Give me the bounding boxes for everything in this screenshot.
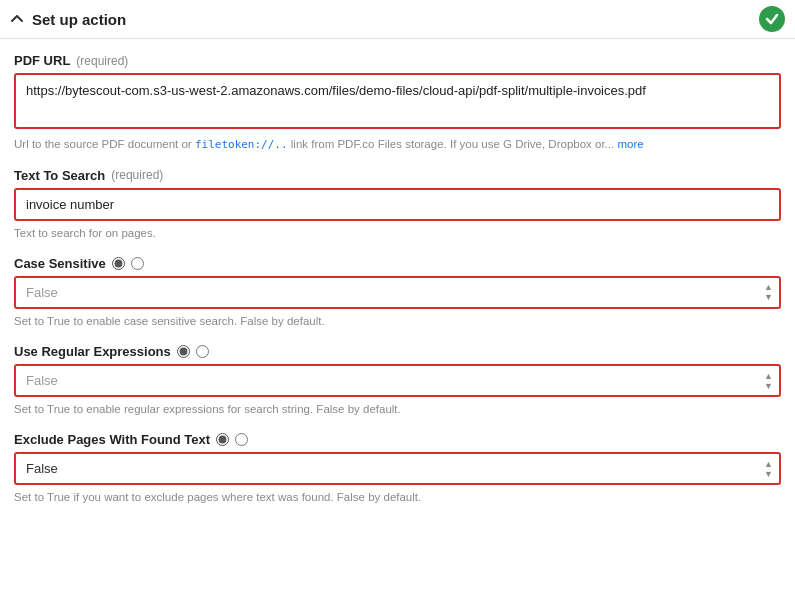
case-sensitive-radio-1[interactable]: [112, 257, 125, 270]
pdf-url-hint: Url to the source PDF document or fileto…: [14, 136, 781, 154]
case-sensitive-radios: [112, 257, 144, 270]
pdf-url-group: PDF URL (required) Url to the source PDF…: [14, 53, 781, 154]
text-to-search-group: Text To Search (required) Text to search…: [14, 168, 781, 242]
exclude-pages-radio-1[interactable]: [216, 433, 229, 446]
text-to-search-hint: Text to search for on pages.: [14, 225, 781, 242]
content-area: PDF URL (required) Url to the source PDF…: [0, 39, 795, 535]
pdf-url-input[interactable]: [14, 73, 781, 129]
use-regex-label-row: Use Regular Expressions: [14, 344, 781, 359]
exclude-pages-select[interactable]: False True: [14, 452, 781, 485]
use-regex-radio-2[interactable]: [196, 345, 209, 358]
use-regex-select-wrapper: False True ▲ ▼: [14, 364, 781, 397]
exclude-pages-radio-2[interactable]: [235, 433, 248, 446]
case-sensitive-select-wrapper: False True ▲ ▼: [14, 276, 781, 309]
use-regex-radio-1[interactable]: [177, 345, 190, 358]
pdf-url-label: PDF URL (required): [14, 53, 781, 68]
case-sensitive-radio-2[interactable]: [131, 257, 144, 270]
text-to-search-input[interactable]: [14, 188, 781, 221]
case-sensitive-group: Case Sensitive False True ▲ ▼ Set to Tru…: [14, 256, 781, 330]
use-regex-radios: [177, 345, 209, 358]
exclude-pages-group: Exclude Pages With Found Text False True…: [14, 432, 781, 506]
exclude-pages-select-wrapper: False True ▲ ▼: [14, 452, 781, 485]
header-title-group: Set up action: [10, 11, 126, 28]
use-regex-group: Use Regular Expressions False True ▲ ▼ S…: [14, 344, 781, 418]
pdf-url-more-link[interactable]: more: [617, 138, 643, 150]
exclude-pages-radios: [216, 433, 248, 446]
page-title: Set up action: [32, 11, 126, 28]
chevron-up-icon[interactable]: [10, 12, 24, 26]
use-regex-hint: Set to True to enable regular expression…: [14, 401, 781, 418]
case-sensitive-select[interactable]: False True: [14, 276, 781, 309]
check-complete-icon: [759, 6, 785, 32]
exclude-pages-hint: Set to True if you want to exclude pages…: [14, 489, 781, 506]
use-regex-select[interactable]: False True: [14, 364, 781, 397]
text-to-search-label: Text To Search (required): [14, 168, 781, 183]
case-sensitive-label-row: Case Sensitive: [14, 256, 781, 271]
setup-action-header: Set up action: [0, 0, 795, 39]
case-sensitive-hint: Set to True to enable case sensitive sea…: [14, 313, 781, 330]
exclude-pages-label-row: Exclude Pages With Found Text: [14, 432, 781, 447]
